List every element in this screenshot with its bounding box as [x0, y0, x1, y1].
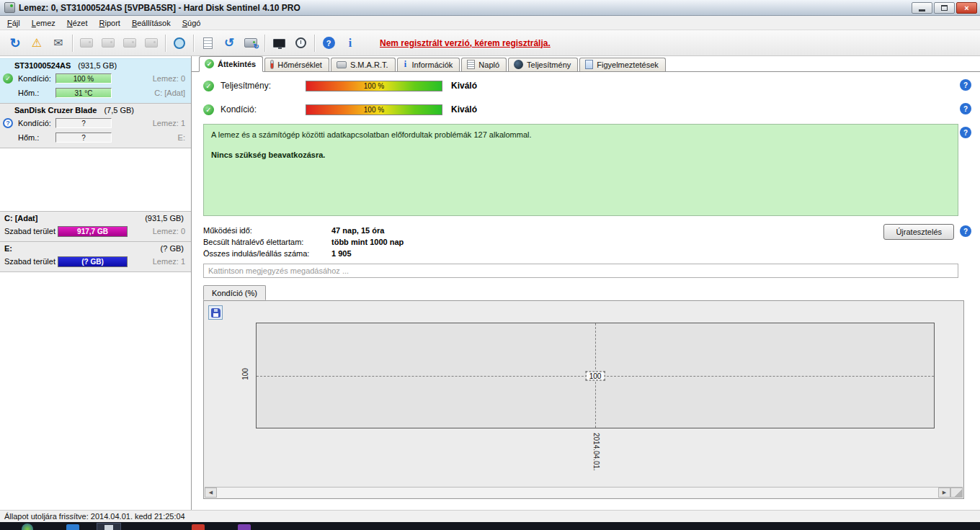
titlebar: Lemez: 0, ST31000524AS [5VPBA5SR] - Hard… — [0, 0, 980, 16]
menu-sugo[interactable]: Súgó — [177, 17, 207, 29]
partition-size: (? GB) — [161, 244, 184, 253]
send-mail-button[interactable]: ✉ — [48, 33, 69, 53]
minimize-icon — [919, 9, 925, 12]
sidebar: ST31000524AS (931,5 GB) ✓ Kondíció: 100 … — [0, 56, 192, 510]
disk-panel-sandisk[interactable]: SanDisk Cruzer Blade (7,5 GB) ? Kondíció… — [0, 104, 191, 148]
refresh-button[interactable]: ↻ — [4, 33, 26, 53]
menubar: Fájl Lemez Nézet Riport Beállítások Súgó — [0, 16, 980, 30]
disk-ok-icon: ✓ — [3, 73, 13, 84]
sync-button[interactable]: ↺ — [218, 33, 240, 53]
disk-temp-row: Hőm.: ? E: — [0, 130, 191, 145]
help-message-icon[interactable]: ? — [960, 127, 971, 138]
condition-label: Kondíció: — [18, 74, 55, 83]
check-icon: ✓ — [205, 59, 214, 68]
chart-tab-kondicio[interactable]: Kondíció (%) — [203, 285, 266, 300]
chart-save-button[interactable] — [208, 305, 223, 320]
scroll-left-button[interactable]: ◀ — [205, 488, 217, 498]
disk-condition-row: ✓ Kondíció: 100 % Lemez: 0 — [0, 71, 191, 86]
report-button[interactable] — [197, 33, 218, 53]
chart-resize-grip[interactable] — [950, 488, 963, 498]
monitor-button[interactable] — [268, 33, 290, 53]
disk-search-button[interactable] — [141, 33, 162, 53]
disk-test-button-3[interactable] — [119, 33, 141, 53]
menu-fajl[interactable]: Fájl — [1, 17, 26, 29]
status-message-line2: Nincs szükség beavatkozásra. — [211, 151, 950, 159]
help-condition-icon[interactable]: ? — [960, 103, 971, 114]
close-button[interactable]: × — [956, 2, 977, 14]
tab-label: Teljesítmény — [527, 60, 571, 69]
app-body: ST31000524AS (931,5 GB) ✓ Kondíció: 100 … — [0, 56, 980, 510]
toolbar-separator — [264, 35, 265, 52]
disk-unknown-icon: ? — [3, 118, 13, 128]
disk-test-button-1[interactable] — [76, 33, 97, 53]
taskbar-icon-red-app[interactable] — [192, 524, 205, 530]
log-page-icon — [467, 60, 475, 69]
taskbar-icon-active-app[interactable] — [97, 523, 121, 530]
disk-header: SanDisk Cruzer Blade (7,5 GB) — [0, 104, 191, 116]
info-button[interactable]: i — [339, 33, 361, 53]
temp-bar: 31 °C — [55, 88, 112, 98]
temp-label: Hőm.: — [18, 89, 55, 97]
app-icon — [4, 2, 15, 13]
disk-condition-row: ? Kondíció: ? Lemez: 1 — [0, 116, 191, 130]
start-orb-icon[interactable] — [22, 524, 33, 530]
tab-homerseklet[interactable]: Hőmérséklet — [264, 58, 329, 71]
disk-icon — [102, 38, 115, 48]
help-button[interactable]: ? — [318, 33, 339, 53]
minimize-button[interactable] — [912, 2, 932, 14]
tab-teljesitmeny[interactable]: Teljesítmény — [508, 58, 578, 71]
clock-button[interactable] — [290, 33, 311, 53]
free-space-bar: 917,7 GB — [58, 226, 128, 237]
tab-smart[interactable]: S.M.A.R.T. — [331, 58, 396, 71]
disk-sync-icon: ↻ — [244, 38, 257, 48]
retest-button[interactable]: Újratesztelés — [883, 224, 954, 240]
disk-number-label: Lemez: 1 — [153, 257, 185, 266]
tab-label: S.M.A.R.T. — [350, 60, 388, 69]
help-performance-icon[interactable]: ? — [960, 79, 971, 91]
menu-beallitasok[interactable]: Beállítások — [126, 17, 177, 29]
register-notice-link[interactable]: Nem regisztrált verzió, kérem regisztrál… — [380, 38, 551, 48]
help-retest-icon[interactable]: ? — [960, 225, 971, 237]
partition-panel-c[interactable]: C: [Adat] (931,5 GB) Szabad terület 917,… — [0, 211, 191, 242]
alert-page-icon — [585, 60, 593, 69]
taskbar-icon-purple-app[interactable] — [238, 524, 251, 530]
network-button[interactable] — [169, 33, 190, 53]
clock-icon — [295, 37, 306, 48]
disk-number-label: Lemez: 0 — [153, 74, 185, 83]
scrollbar-track[interactable] — [217, 488, 938, 498]
thermometer-icon — [270, 60, 274, 69]
disk-panel-st31000524as[interactable]: ST31000524AS (931,5 GB) ✓ Kondíció: 100 … — [0, 58, 191, 104]
maximize-button[interactable] — [934, 2, 955, 14]
disk-icon — [80, 38, 93, 48]
tab-label: Hőmérséklet — [277, 60, 322, 69]
main-area: ✓ Áttekintés Hőmérséklet S.M.A.R.T. i In… — [192, 56, 980, 510]
mail-icon: ✉ — [53, 36, 63, 50]
scroll-right-button[interactable]: ▶ — [938, 488, 950, 498]
menu-riport[interactable]: Riport — [94, 17, 126, 29]
comment-input[interactable] — [203, 264, 958, 278]
taskbar-icon-browser[interactable] — [66, 524, 79, 530]
chart-x-tick: 2014.04.01. — [592, 433, 600, 471]
tab-attekintes[interactable]: ✓ Áttekintés — [199, 56, 263, 72]
tab-figyelmeztetesek[interactable]: Figyelmeztetések — [579, 58, 666, 71]
lifetime-row: Becsült hátralévő élettartam: több mint … — [203, 236, 404, 248]
report-icon — [203, 37, 213, 49]
warning-report-button[interactable]: ⚠ — [26, 33, 48, 53]
stat-label: Becsült hátralévő élettartam: — [203, 238, 331, 246]
menu-lemez[interactable]: Lemez — [26, 17, 61, 29]
partition-panel-e[interactable]: E: (? GB) Szabad terület (? GB) Lemez: 1 — [0, 242, 191, 272]
tab-label: Figyelmeztetések — [597, 60, 659, 69]
disk-test-button-2[interactable] — [97, 33, 119, 53]
partition-free-row: Szabad terület 917,7 GB Lemez: 0 — [0, 224, 191, 238]
tab-informaciok[interactable]: i Információk — [397, 58, 460, 71]
drive-letter-label: C: [Adat] — [154, 89, 185, 97]
disk-sync-button[interactable]: ↻ — [240, 33, 262, 53]
overview-content: ✓ Teljesítmény: 100 % Kiváló ✓ Kondíció:… — [192, 72, 980, 510]
tab-naplo[interactable]: Napló — [461, 58, 507, 71]
disk-number-label: Lemez: 0 — [153, 227, 185, 235]
menu-nezet[interactable]: Nézet — [61, 17, 94, 29]
partition-header: E: (? GB) — [0, 242, 191, 254]
window-controls: × — [912, 2, 977, 14]
disk-name: SanDisk Cruzer Blade — [14, 106, 97, 114]
condition-bar: 100 % — [55, 73, 112, 84]
